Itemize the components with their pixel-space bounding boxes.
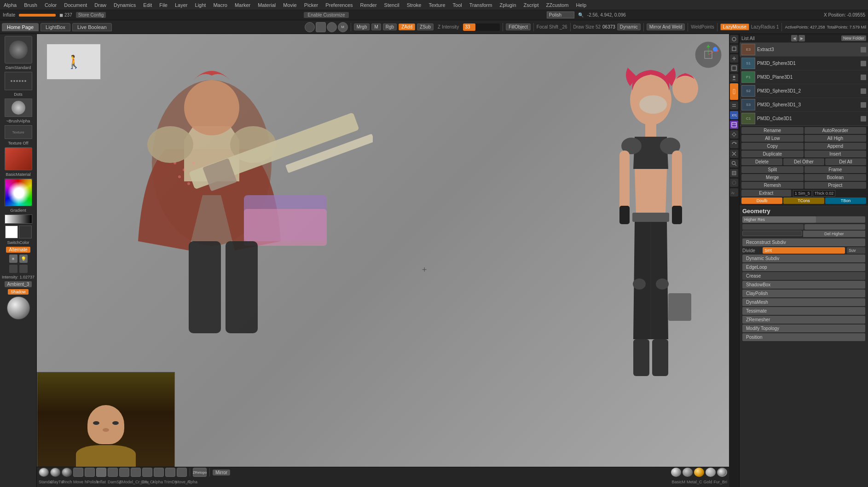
subtool-pm3d-cube[interactable]: C1 PM3D_Cube3D1 [740, 112, 868, 126]
mirror-weld-btn[interactable]: Mirror And Weld [647, 23, 685, 30]
menu-preferences[interactable]: Preferences [324, 2, 354, 8]
tab-live-boolean[interactable]: Live Boolean [72, 23, 112, 31]
menu-document[interactable]: Document [62, 2, 89, 8]
trimdy-brush-icon[interactable] [154, 468, 164, 477]
crease-btn[interactable]: Crease [742, 272, 865, 280]
tab-lightbox[interactable]: LightBox [41, 23, 70, 31]
material-ball-gold[interactable] [694, 468, 704, 477]
zypose-nav-icon[interactable]: Zy [730, 188, 738, 197]
menu-draw[interactable]: Draw [93, 2, 108, 8]
lazy-mouse-btn[interactable]: LazyMouse [720, 23, 749, 30]
frame-nav-icon[interactable] [730, 121, 738, 129]
extract-btn[interactable]: Extract [741, 190, 791, 197]
menu-zscript[interactable]: Zscript [522, 2, 541, 8]
subtool-extract3[interactable]: E3 Extract3 [740, 43, 868, 57]
tcons-btn[interactable]: TCons [783, 197, 824, 204]
actual-nav-icon[interactable] [730, 64, 738, 72]
movet-brush-icon[interactable] [165, 468, 175, 477]
brush-strength-slider[interactable] [19, 14, 56, 17]
m-btn[interactable]: M [371, 23, 381, 30]
fill-object-btn[interactable]: FillObject [506, 23, 531, 30]
move-brush-icon[interactable] [73, 468, 83, 477]
color-white-swatch[interactable] [5, 226, 18, 238]
brush-preview-icon[interactable] [305, 22, 315, 32]
subtool-pm3d-sphere2[interactable]: S2 PM3D_Sphere3D1_2 [740, 84, 868, 98]
modify-topology-btn[interactable]: Modify Topology [742, 325, 865, 332]
shadowbox-btn[interactable]: ShadowBox [742, 281, 865, 289]
scale-nav-icon[interactable] [730, 150, 738, 158]
menu-edit[interactable]: Edit [141, 2, 154, 8]
tbone-btn[interactable]: TBon [825, 197, 866, 204]
subtool-pm3d-sphere[interactable]: S1 PM3D_Sphere3D1 [740, 57, 868, 70]
divide-slider[interactable]: Smt [763, 247, 845, 254]
del-higher-btn[interactable]: Del Higher [803, 231, 866, 237]
menu-zzcustom[interactable]: ZZcustom [544, 2, 571, 8]
rename-btn[interactable]: Rename [741, 127, 804, 134]
menu-marker[interactable]: Marker [233, 2, 252, 8]
delete-btn[interactable]: Delete [741, 158, 782, 165]
brush-nav-icon[interactable] [730, 35, 738, 43]
z-intensity-slider[interactable]: 33 [463, 23, 500, 31]
enable-customize-btn[interactable]: Enable Customize [304, 12, 348, 18]
alternate-btn[interactable]: Alternate [6, 247, 30, 253]
subtool-pm3d-sphere-vis[interactable] [861, 61, 866, 66]
light-icon-4[interactable] [19, 265, 28, 273]
light-icon-3[interactable] [9, 265, 17, 273]
alpha2-brush-icon[interactable] [177, 468, 187, 477]
remesh-btn[interactable]: Remesh [741, 182, 804, 189]
menu-texture[interactable]: Texture [427, 2, 447, 8]
material-ball-basic[interactable] [671, 468, 681, 477]
subtool-pm3d-sphere2-vis[interactable] [861, 88, 866, 94]
alpha-brush-icon[interactable] [142, 468, 152, 477]
menu-tool[interactable]: Tool [451, 2, 464, 8]
subtool-extract3-vis[interactable] [861, 47, 866, 52]
higher-res-slider[interactable]: Higher Res [742, 216, 865, 223]
dynamesh-btn[interactable]: DynaMesh [742, 298, 865, 306]
new-folder-btn[interactable]: New Folder [841, 35, 866, 41]
higher-subdiv-bar[interactable] [804, 224, 866, 230]
orb-brush-icon[interactable] [131, 468, 141, 477]
zoom2d-nav-icon[interactable] [730, 159, 738, 168]
del-lower-bar[interactable] [742, 231, 802, 236]
smooth-mode-icon[interactable] [327, 22, 337, 32]
standard-brush-icon[interactable] [39, 468, 49, 477]
light-bulb-icon[interactable]: 💡 [19, 255, 28, 263]
ghost-nav-icon[interactable] [730, 179, 738, 187]
menu-stroke[interactable]: Stroke [405, 2, 423, 8]
zretopo-icon[interactable]: ZRetopo [193, 468, 207, 477]
auto-reorder-btn[interactable]: AutoReorder [804, 127, 867, 134]
color-picker[interactable] [5, 179, 32, 206]
duplicate-btn[interactable]: Duplicate [741, 151, 804, 157]
merge-btn[interactable]: Merge [741, 174, 804, 181]
claypolish-btn[interactable]: ClayPolish [742, 290, 865, 297]
material-icon[interactable]: M [338, 22, 348, 32]
pinch-brush-icon[interactable] [62, 468, 72, 477]
subtool-icon-2[interactable]: ▶ [799, 35, 805, 41]
hpolish-brush-icon[interactable] [85, 468, 95, 477]
subtool-pm3d-sphere3-vis[interactable] [861, 102, 866, 108]
zoom-nav-icon[interactable] [730, 54, 738, 63]
draw-mode-icon[interactable] [316, 22, 326, 32]
mirror-btn[interactable]: Mirror [213, 470, 230, 475]
reconstruct-subdiv-btn[interactable]: Reconstruct Subdiv [742, 238, 865, 246]
gradient-bar[interactable] [5, 215, 32, 224]
rgb-btn[interactable]: Rgb [383, 23, 397, 30]
menu-file[interactable]: File [157, 2, 169, 8]
inflate-brush-icon[interactable] [96, 468, 106, 477]
material-ball-furbri[interactable] [706, 468, 716, 477]
dynamic-btn[interactable]: Dynamic [617, 23, 641, 30]
layer-nav-icon[interactable] [730, 101, 738, 110]
all-low-btn[interactable]: All Low [741, 135, 804, 142]
dots-alpha-preview[interactable] [5, 72, 32, 90]
del-all-btn[interactable]: Del All [825, 158, 866, 165]
menu-movie[interactable]: Movie [281, 2, 298, 8]
insert-btn[interactable]: Insert [804, 151, 867, 157]
texture-preview[interactable]: Texture [5, 125, 32, 139]
scroll-nav-icon[interactable] [730, 45, 738, 53]
canvas-area[interactable]: 🚶 [37, 34, 729, 487]
position-btn[interactable]: Position [742, 333, 865, 341]
shadow-btn[interactable]: Shadow [8, 289, 29, 295]
boolean-btn[interactable]: Boolean [804, 174, 867, 181]
brush-sphere-preview[interactable] [5, 36, 32, 64]
subtool-pm3d-cube-vis[interactable] [861, 116, 866, 122]
